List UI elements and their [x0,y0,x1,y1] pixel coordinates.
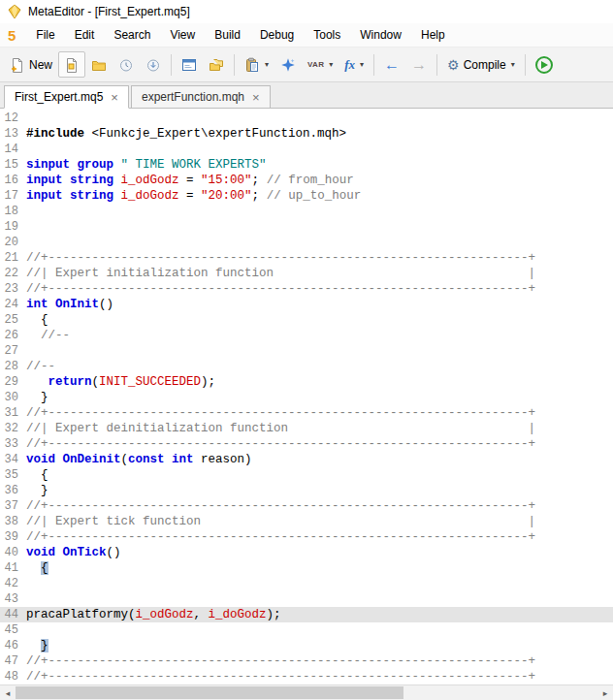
code-text[interactable]: pracaPlatformy(i_odGodz, i_doGodz); [26,607,281,622]
code-text[interactable]: //-- [26,328,70,343]
code-line[interactable]: 31//+-----------------------------------… [0,405,613,421]
menu-item-tools[interactable]: Tools [304,24,350,46]
code-line[interactable]: 39//+-----------------------------------… [0,529,613,545]
line-number[interactable]: 37 [0,498,26,514]
code-text[interactable]: { [26,312,48,328]
compile-button[interactable]: ⚙ Compile ▾ [441,51,521,78]
new-project-button[interactable] [58,51,85,78]
line-number[interactable]: 33 [0,436,26,452]
menu-item-window[interactable]: Window [350,24,411,46]
code-line[interactable]: 41 { [0,560,613,576]
forward-button[interactable]: → [405,51,433,78]
code-line[interactable]: 38//| Expert tick function | [0,514,613,529]
code-text[interactable]: sinput group " TIME WORK EXPERTS" [26,157,267,173]
code-line[interactable]: 32//| Expert deinitialization function | [0,421,613,436]
code-line[interactable]: 30 } [0,390,613,405]
close-icon[interactable]: × [111,91,118,104]
line-number[interactable]: 23 [0,281,26,297]
download-button[interactable] [140,51,167,78]
line-number[interactable]: 21 [0,250,26,266]
line-number[interactable]: 42 [0,576,26,591]
code-text[interactable]: //| Expert initialization function | [26,266,535,281]
code-line[interactable]: 37//+-----------------------------------… [0,498,613,514]
code-line[interactable]: 34void OnDeinit(const int reason) [0,452,613,467]
menu-item-build[interactable]: Build [205,24,250,46]
code-text[interactable]: //+-------------------------------------… [26,250,535,266]
line-number[interactable]: 16 [0,173,26,188]
code-line[interactable]: 25 { [0,312,613,328]
line-number[interactable]: 28 [0,359,26,374]
code-text[interactable]: void OnTick() [26,545,121,560]
menu-item-help[interactable]: Help [411,24,455,46]
code-line[interactable]: 42 [0,576,613,591]
line-number[interactable]: 35 [0,467,26,483]
code-text[interactable]: //+-------------------------------------… [26,669,535,684]
scroll-thumb[interactable] [16,686,403,699]
navigator-button[interactable] [203,51,230,78]
code-line[interactable]: 20 [0,235,613,250]
code-line[interactable]: 48//+-----------------------------------… [0,669,613,684]
code-line[interactable]: 12 [0,111,613,126]
line-number[interactable]: 44 [0,607,26,622]
insert-function-button[interactable]: fx ▾ [339,51,370,78]
code-line[interactable]: 17input string i_doGodz = "20:00"; // up… [0,188,613,204]
line-number[interactable]: 22 [0,266,26,281]
code-line[interactable]: 23//+-----------------------------------… [0,281,613,297]
code-line[interactable]: 18 [0,204,613,219]
line-number[interactable]: 43 [0,591,26,607]
code-line[interactable]: 33//+-----------------------------------… [0,436,613,452]
styler-button[interactable]: VAR ▾ [302,51,339,78]
back-button[interactable]: ← [378,51,405,78]
code-line[interactable]: 28//-- [0,359,613,374]
tab-First_Expert.mq5[interactable]: First_Expert.mq5× [4,85,129,109]
line-number[interactable]: 18 [0,204,26,219]
new-file-button[interactable]: New [4,51,58,78]
app-icon[interactable] [7,4,22,19]
code-text[interactable]: //| Expert deinitialization function | [26,421,535,436]
code-line[interactable]: 19 [0,219,613,235]
code-text[interactable]: { [26,467,48,483]
line-number[interactable]: 24 [0,297,26,312]
line-number[interactable]: 19 [0,219,26,235]
line-number[interactable]: 13 [0,126,26,142]
code-text[interactable]: //+-------------------------------------… [26,281,535,297]
scroll-right-arrow-icon[interactable]: ▸ [597,685,613,700]
paste-button[interactable]: ▾ [239,51,274,78]
open-file-button[interactable] [85,51,113,78]
menu-item-file[interactable]: File [26,24,64,46]
code-text[interactable]: { [26,560,48,576]
wizard-button[interactable] [274,51,302,78]
line-number[interactable]: 17 [0,188,26,204]
code-line[interactable]: 13#include <Funkcje_Expert\expertFunctio… [0,126,613,142]
code-text[interactable]: //| Expert tick function | [26,514,535,529]
code-line[interactable]: 15sinput group " TIME WORK EXPERTS" [0,157,613,173]
close-icon[interactable]: × [252,91,260,104]
line-number[interactable]: 32 [0,421,26,436]
code-text[interactable]: input string i_doGodz = "20:00"; // up_t… [26,188,361,204]
code-line[interactable]: 27 [0,343,613,359]
line-number[interactable]: 29 [0,374,26,390]
code-text[interactable]: //+-------------------------------------… [26,529,535,545]
run-button[interactable] [530,51,559,78]
code-line[interactable]: 29 return(INIT_SUCCEEDED); [0,374,613,390]
code-line[interactable]: 24int OnInit() [0,297,613,312]
code-line[interactable]: 26 //-- [0,328,613,343]
code-line[interactable]: 36 } [0,483,613,498]
code-text[interactable]: } [26,390,48,405]
line-number[interactable]: 47 [0,653,26,669]
horizontal-scrollbar[interactable]: ◂ ▸ [0,684,613,700]
menu-item-search[interactable]: Search [104,24,160,46]
line-number[interactable]: 45 [0,622,26,638]
line-number[interactable]: 12 [0,111,26,126]
line-number[interactable]: 15 [0,157,26,173]
code-line[interactable]: 40void OnTick() [0,545,613,560]
line-number[interactable]: 25 [0,312,26,328]
code-text[interactable]: } [26,638,48,653]
code-text[interactable]: //+-------------------------------------… [26,498,535,514]
tab-expertFunction.mqh[interactable]: expertFunction.mqh× [131,85,271,108]
code-text[interactable]: void OnDeinit(const int reason) [26,452,252,467]
menu-item-view[interactable]: View [160,24,205,46]
code-text[interactable]: #include <Funkcje_Expert\expertFunction.… [26,126,346,142]
scroll-left-arrow-icon[interactable]: ◂ [0,685,16,700]
line-number[interactable]: 20 [0,235,26,250]
